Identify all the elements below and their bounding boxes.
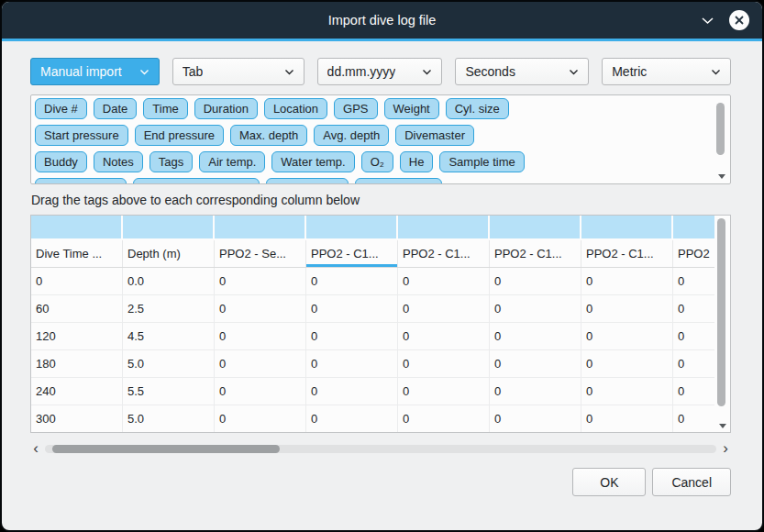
combo-value: Metric (612, 64, 647, 79)
drop-target-cell[interactable] (581, 216, 673, 238)
ok-button[interactable]: OK (572, 468, 646, 496)
tag-duration[interactable]: Duration (194, 98, 258, 119)
table-cell: 0 (673, 378, 714, 405)
combo-value: Manual import (40, 64, 122, 79)
table-cell: 0 (490, 405, 581, 432)
table-cell: 0 (306, 405, 398, 432)
import-dialog: Import dive log file Manual importTabdd.… (0, 0, 764, 532)
drop-target-cell[interactable] (490, 216, 581, 238)
scroll-down-arrow-icon[interactable] (719, 424, 726, 428)
table-cell: 4.5 (123, 323, 215, 349)
column-header[interactable]: PPO2 - C1... (306, 240, 398, 267)
tag-water-temp[interactable]: Water temp. (271, 151, 354, 172)
drop-target-cell[interactable] (398, 216, 490, 238)
scrollbar-thumb[interactable] (716, 103, 725, 155)
tag-divemaster[interactable]: Divemaster (395, 125, 474, 146)
table-cell: 0 (215, 405, 306, 432)
titlebar-buttons (701, 2, 749, 39)
titlebar[interactable]: Import dive log file (2, 2, 762, 39)
table-cell: 0 (490, 323, 581, 349)
table-cell: 0 (673, 268, 714, 294)
tag-sample-cns[interactable]: Sample CNS (355, 178, 442, 183)
table-cell: 0 (673, 405, 714, 432)
tag-gps[interactable]: GPS (334, 98, 377, 119)
tag-sample-depth[interactable]: Sample depth (35, 178, 127, 183)
drop-target-cell[interactable] (306, 216, 398, 238)
chevron-down-icon[interactable] (701, 17, 714, 25)
drop-target-row (31, 216, 714, 240)
tag-air-temp[interactable]: Air temp. (199, 151, 265, 172)
combo-duration-format[interactable]: Seconds (455, 58, 589, 85)
tag-tags[interactable]: Tags (149, 151, 193, 172)
drop-target-cell[interactable] (31, 216, 123, 238)
tag-area: Dive #DateTimeDurationLocationGPSWeightC… (30, 94, 731, 184)
drop-target-cell[interactable] (673, 216, 714, 238)
table-row: 602.5000000 (31, 295, 714, 323)
tag-location[interactable]: Location (264, 98, 327, 119)
table-cell: 0 (306, 295, 398, 322)
tag-he[interactable]: He (400, 151, 434, 172)
cancel-button[interactable]: Cancel (652, 468, 731, 496)
table-vscrollbar[interactable] (715, 216, 729, 431)
drop-target-cell[interactable] (123, 216, 215, 238)
instruction-label: Drag the tags above to each correspondin… (31, 193, 730, 207)
scroll-right-arrow-icon[interactable]: › (720, 442, 731, 455)
tag-sample-po[interactable]: Sample pO₂ (266, 178, 349, 183)
combo-date-format[interactable]: dd.mm.yyyy (317, 58, 443, 85)
tag-sample-temperature[interactable]: Sample temperature (133, 178, 260, 183)
table-cell: 240 (31, 378, 123, 405)
table-cell: 120 (31, 323, 123, 349)
column-header[interactable]: PPO2 - Se... (215, 240, 306, 267)
tag-date[interactable]: Date (94, 98, 137, 119)
column-header[interactable]: PPO2 - C1... (490, 240, 581, 267)
tag-buddy[interactable]: Buddy (35, 151, 87, 172)
table-hscrollbar[interactable]: ‹ › (30, 441, 731, 456)
tag-sample-time[interactable]: Sample time (439, 151, 524, 172)
table-cell: 0 (581, 405, 673, 432)
scroll-left-arrow-icon[interactable]: ‹ (30, 442, 41, 455)
table-cell: 0.0 (123, 268, 215, 294)
table-cell: 2.5 (123, 295, 215, 322)
tag-end-pressure[interactable]: End pressure (135, 125, 224, 146)
column-header[interactable]: Depth (m) (123, 240, 215, 267)
combo-value: Tab (183, 64, 204, 79)
table-row: 2405.5000000 (31, 378, 714, 405)
hscroll-track[interactable] (45, 445, 716, 453)
close-button[interactable] (729, 10, 749, 30)
combo-field-separator[interactable]: Tab (172, 58, 304, 85)
import-preview-table: Dive Time ...Depth (m)PPO2 - Se...PPO2 -… (30, 215, 731, 433)
column-header[interactable]: PPO2 - C1... (581, 240, 673, 267)
tag-weight[interactable]: Weight (384, 98, 439, 119)
tag-dive[interactable]: Dive # (35, 98, 87, 119)
tag-time[interactable]: Time (143, 98, 187, 119)
tag-cyl-size[interactable]: Cyl. size (446, 98, 509, 119)
column-header[interactable]: Dive Time ... (31, 240, 123, 267)
tag-scrollbar[interactable] (714, 97, 728, 182)
dialog-content: Manual importTabdd.mm.yyyySecondsMetric … (2, 41, 762, 496)
table-cell: 0 (306, 323, 398, 349)
scroll-down-arrow-icon[interactable] (718, 174, 725, 179)
column-header[interactable]: PPO2 - C1... (398, 240, 490, 267)
hscroll-thumb[interactable] (52, 445, 280, 453)
tag-start-pressure[interactable]: Start pressure (35, 125, 128, 146)
table-cell: 0 (490, 350, 581, 377)
combo-import-mode[interactable]: Manual import (30, 58, 160, 85)
scrollbar-thumb[interactable] (717, 218, 725, 406)
table-cell: 0 (398, 323, 490, 349)
table-cell: 5.0 (123, 350, 215, 377)
table-cell: 0 (673, 350, 714, 377)
column-header[interactable]: PPO2 (673, 240, 714, 267)
tag-row: Dive #DateTimeDurationLocationGPSWeightC… (35, 98, 712, 119)
tag-avg-depth[interactable]: Avg. depth (314, 125, 389, 146)
table-cell: 0 (306, 350, 398, 377)
table-row: 00.0000000 (31, 268, 714, 295)
combo-units[interactable]: Metric (602, 58, 731, 85)
table-cell: 0 (581, 323, 673, 349)
table-cell: 0 (581, 350, 673, 377)
tag-notes[interactable]: Notes (94, 151, 143, 172)
chevron-down-icon (284, 69, 294, 75)
tag-o[interactable]: O₂ (361, 151, 393, 172)
table-cell: 5.5 (123, 378, 215, 405)
tag-max-depth[interactable]: Max. depth (230, 125, 307, 146)
drop-target-cell[interactable] (215, 216, 306, 238)
